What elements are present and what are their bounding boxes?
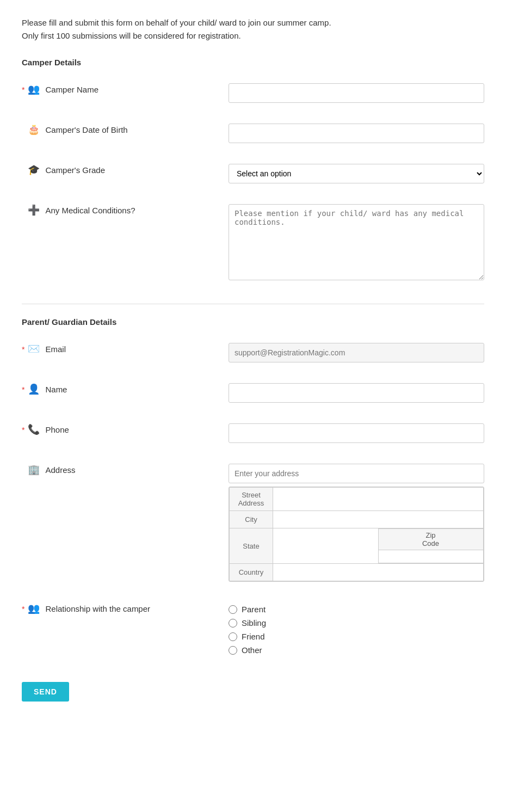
intro-text: Please fill and submit this form on beha… (22, 16, 484, 42)
address-zip-input[interactable] (379, 550, 483, 563)
address-street-input-cell (273, 488, 484, 511)
guardian-relationship-label-area: * 👥 Relationship with the camper (22, 602, 229, 614)
relationship-radio-parent[interactable] (229, 605, 237, 614)
address-city-row: City (230, 511, 484, 528)
address-country-input-cell (273, 564, 484, 581)
guardian-phone-row: * 📞 Phone (22, 418, 484, 448)
guardian-email-input-area (229, 343, 484, 362)
guardian-name-label: Name (45, 385, 67, 394)
address-country-input[interactable] (277, 567, 479, 577)
address-state-zip-row: State ZipCode (230, 528, 484, 564)
address-state-input-cell: ZipCode (273, 528, 484, 563)
relationship-option-parent[interactable]: Parent (229, 605, 484, 614)
camper-name-required-star: * (22, 85, 24, 94)
address-street-input[interactable] (277, 494, 479, 505)
guardian-phone-input-area (229, 423, 484, 443)
guardian-email-input[interactable] (229, 343, 484, 362)
camper-details-section: Camper Details * 👥 Camper Name * 🎂 Campe… (22, 58, 484, 287)
relationship-radio-other[interactable] (229, 646, 237, 655)
guardian-name-input-area (229, 383, 484, 403)
camper-name-label: Camper Name (45, 85, 98, 94)
camper-dob-input-area (229, 124, 484, 143)
relationship-option-other[interactable]: Other (229, 645, 484, 655)
intro-line-1: Please fill and submit this form on beha… (22, 16, 484, 29)
camper-medical-textarea[interactable] (229, 204, 484, 280)
camper-medical-label-area: * ➕ Any Medical Conditions? (22, 204, 229, 216)
guardian-phone-required-star: * (22, 426, 24, 434)
relationship-label-other: Other (242, 645, 262, 655)
address-country-label: Country (230, 564, 273, 581)
camper-grade-row: * 🎓 Camper's Grade Select an option Kind… (22, 158, 484, 189)
address-grid: StreetAddress City State (229, 487, 484, 582)
camper-name-row: * 👥 Camper Name (22, 78, 484, 108)
relationship-radio-group: Parent Sibling Friend Other (229, 605, 484, 655)
camper-grade-label: Camper's Grade (45, 165, 105, 175)
guardian-phone-label: Phone (45, 425, 69, 434)
send-button[interactable]: SEND (22, 682, 69, 702)
guardian-address-main-input[interactable] (229, 464, 484, 483)
camper-name-input[interactable] (229, 83, 484, 103)
camper-dob-input[interactable] (229, 124, 484, 143)
camper-dob-row: * 🎂 Camper's Date of Birth (22, 118, 484, 149)
guardian-email-label-area: * ✉️ Email (22, 343, 229, 355)
guardian-relationship-row: * 👥 Relationship with the camper Parent … (22, 597, 484, 660)
camper-dob-label-area: * 🎂 Camper's Date of Birth (22, 124, 229, 136)
camper-dob-icon: 🎂 (28, 124, 40, 136)
relationship-option-friend[interactable]: Friend (229, 632, 484, 641)
relationship-label-sibling: Sibling (242, 618, 266, 628)
relationship-label-parent: Parent (242, 605, 266, 614)
camper-grade-input-area: Select an option Kindergarten Grade 1 Gr… (229, 164, 484, 183)
relationship-label-friend: Friend (242, 632, 265, 641)
guardian-name-row: * 👤 Name (22, 378, 484, 408)
guardian-email-icon: ✉️ (28, 343, 40, 355)
guardian-address-row: * 🏢 Address StreetAddress City (22, 458, 484, 587)
guardian-section-title: Parent/ Guardian Details (22, 317, 484, 327)
camper-name-icon: 👥 (28, 83, 40, 95)
intro-line-2: Only first 100 submissions will be consi… (22, 29, 484, 42)
guardian-address-label-area: * 🏢 Address (22, 464, 229, 476)
guardian-email-required-star: * (22, 345, 24, 354)
camper-medical-label: Any Medical Conditions? (45, 206, 135, 215)
camper-name-input-area (229, 83, 484, 103)
camper-dob-label: Camper's Date of Birth (45, 125, 127, 134)
guardian-phone-label-area: * 📞 Phone (22, 423, 229, 435)
address-state-label: State (230, 528, 273, 564)
camper-medical-input-area (229, 204, 484, 282)
guardian-details-section: Parent/ Guardian Details * ✉️ Email * 👤 … (22, 317, 484, 660)
submit-area: SEND (22, 676, 484, 702)
guardian-relationship-required-star: * (22, 605, 24, 613)
relationship-radio-sibling[interactable] (229, 619, 237, 628)
camper-grade-label-area: * 🎓 Camper's Grade (22, 164, 229, 176)
guardian-email-label: Email (45, 345, 66, 354)
guardian-address-input-area: StreetAddress City State (229, 464, 484, 582)
address-street-row: StreetAddress (230, 488, 484, 511)
address-city-input[interactable] (277, 514, 479, 525)
guardian-name-icon: 👤 (28, 383, 40, 395)
address-city-input-cell (273, 511, 484, 528)
camper-name-label-area: * 👥 Camper Name (22, 83, 229, 95)
section-divider (22, 304, 484, 304)
address-state-input[interactable] (276, 541, 375, 551)
camper-grade-select[interactable]: Select an option Kindergarten Grade 1 Gr… (229, 164, 484, 183)
guardian-phone-icon: 📞 (28, 423, 40, 435)
guardian-name-required-star: * (22, 385, 24, 394)
relationship-radio-friend[interactable] (229, 632, 237, 641)
camper-grade-icon: 🎓 (28, 164, 40, 176)
address-street-label: StreetAddress (230, 488, 273, 511)
guardian-email-row: * ✉️ Email (22, 337, 484, 368)
address-country-row: Country (230, 564, 484, 581)
guardian-name-label-area: * 👤 Name (22, 383, 229, 395)
guardian-address-label: Address (45, 465, 75, 475)
camper-section-title: Camper Details (22, 58, 484, 67)
guardian-name-input[interactable] (229, 383, 484, 403)
guardian-relationship-label: Relationship with the camper (45, 604, 150, 613)
camper-medical-row: * ➕ Any Medical Conditions? (22, 199, 484, 287)
guardian-relationship-input-area: Parent Sibling Friend Other (229, 602, 484, 655)
address-city-label: City (230, 511, 273, 528)
guardian-phone-input[interactable] (229, 423, 484, 443)
guardian-relationship-icon: 👥 (28, 602, 40, 614)
camper-medical-icon: ➕ (28, 204, 40, 216)
guardian-address-icon: 🏢 (28, 464, 40, 476)
relationship-option-sibling[interactable]: Sibling (229, 618, 484, 628)
